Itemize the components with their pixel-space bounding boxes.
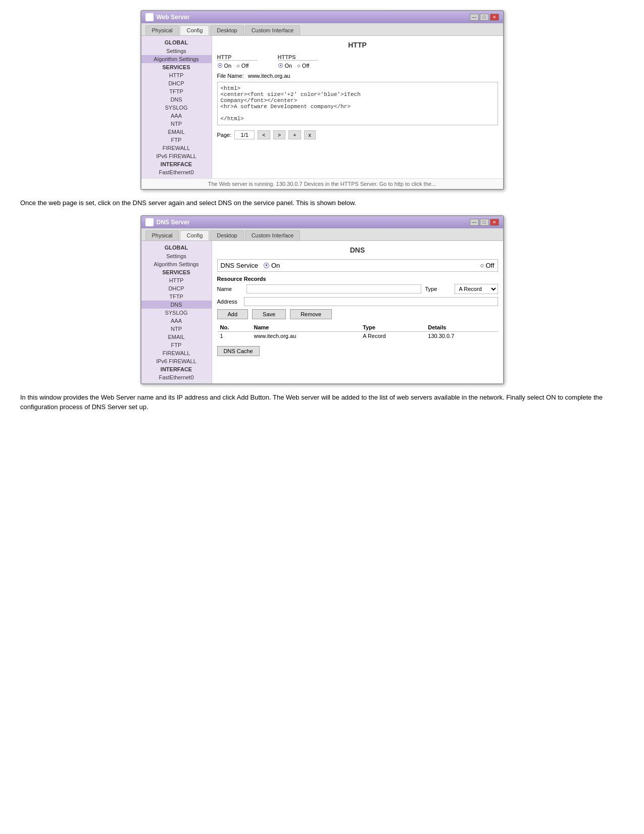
https-on-label: On (285, 63, 292, 69)
restore-button[interactable]: □ (480, 14, 489, 21)
http-off-radio[interactable]: ○ Off (236, 63, 249, 69)
sidebar-item-dns[interactable]: DNS (141, 95, 212, 104)
tab-config[interactable]: Config (180, 25, 209, 35)
dns-sidebar-item-algorithm-settings[interactable]: Algorithm Settings (141, 260, 212, 268)
page-controls: Page: < > + x (217, 130, 498, 139)
sidebar-item-algorithm-settings[interactable]: Algorithm Settings (141, 55, 212, 63)
save-button[interactable]: Save (252, 309, 286, 319)
dns-sidebar-item-email[interactable]: EMAIL (141, 333, 212, 341)
table-row: 1 www.itech.org.au A Record 130.30.0.7 (217, 331, 498, 340)
dns-close-button[interactable]: ✕ (490, 219, 499, 226)
protocol-section: HTTP ⦿ On ○ Off HTTPS (217, 54, 498, 69)
sidebar-item-tftp[interactable]: TFTP (141, 87, 212, 95)
sidebar-item-global: GLOBAL (141, 38, 212, 47)
webserver-status-bar: The Web server is running. 130.30.0.7 De… (141, 178, 503, 189)
dns-tab-desktop[interactable]: Desktop (210, 230, 243, 240)
dns-sidebar: GLOBAL Settings Algorithm Settings SERVI… (141, 241, 212, 383)
dns-service-row: DNS Service ⦿ On ○ Off (217, 259, 498, 272)
http-radio-group: ⦿ On ○ Off (217, 63, 258, 69)
dns-sidebar-item-dhcp[interactable]: DHCP (141, 284, 212, 292)
dns-tab-config[interactable]: Config (180, 230, 209, 240)
tab-custom-interface[interactable]: Custom Interface (245, 25, 301, 35)
https-off-label: Off (302, 63, 309, 69)
dns-sidebar-item-syslog[interactable]: SYSLOG (141, 309, 212, 317)
webserver-titlebar: 🖥 Web Server — □ ✕ (141, 11, 503, 23)
dns-sidebar-item-ftp[interactable]: FTP (141, 341, 212, 349)
remove-button[interactable]: Remove (290, 309, 332, 319)
dns-tab-physical[interactable]: Physical (145, 230, 179, 240)
sidebar-item-ipv6-firewall[interactable]: IPv6 FIREWALL (141, 152, 212, 160)
sidebar-item-fastethernet0[interactable]: FastEthernet0 (141, 168, 212, 176)
webserver-icon: 🖥 (145, 13, 154, 21)
dns-sidebar-item-http[interactable]: HTTP (141, 276, 212, 284)
dns-sidebar-item-settings[interactable]: Settings (141, 252, 212, 260)
dns-sidebar-item-tftp[interactable]: TFTP (141, 292, 212, 301)
resource-records-label: Resource Records (217, 276, 498, 282)
sidebar-item-ntp[interactable]: NTP (141, 120, 212, 128)
name-input[interactable] (246, 284, 421, 293)
http-on-radio-icon: ⦿ (217, 63, 223, 69)
file-name-row: File Name: www.itech.org.au (217, 73, 498, 79)
sidebar-item-http[interactable]: HTTP (141, 71, 212, 79)
col-no: No. (217, 323, 251, 332)
dns-restore-button[interactable]: □ (480, 219, 489, 226)
add-button[interactable]: Add (217, 309, 249, 319)
https-on-radio-icon: ⦿ (278, 63, 283, 69)
file-name-label: File Name: (217, 73, 244, 79)
code-editor[interactable]: <html> <center><font size='+2' color='bl… (217, 82, 498, 125)
https-off-radio[interactable]: ○ Off (297, 63, 309, 69)
name-label: Name (217, 286, 242, 292)
sidebar-item-email[interactable]: EMAIL (141, 128, 212, 136)
address-input[interactable] (244, 297, 498, 306)
sidebar-item-services: SERVICES (141, 63, 212, 71)
minimize-button[interactable]: — (470, 14, 479, 21)
sidebar-item-ftp[interactable]: FTP (141, 136, 212, 144)
http-on-label: On (224, 63, 232, 69)
http-on-radio[interactable]: ⦿ On (217, 63, 232, 69)
dns-sidebar-item-interface: INTERFACE (141, 365, 212, 373)
webserver-window: 🖥 Web Server — □ ✕ Physical Config Deskt… (140, 10, 504, 190)
sidebar-item-syslog[interactable]: SYSLOG (141, 104, 212, 112)
type-select[interactable]: A Record CNAME MX Record NS Record (455, 284, 498, 294)
col-type: Type (360, 323, 425, 332)
dns-sidebar-item-fastethernet0[interactable]: FastEthernet0 (141, 373, 212, 381)
tab-desktop[interactable]: Desktop (210, 25, 243, 35)
dns-controls: — □ ✕ (470, 219, 499, 226)
page-add-button[interactable]: + (288, 130, 301, 139)
dns-sidebar-item-firewall[interactable]: FIREWALL (141, 349, 212, 357)
sidebar-item-dhcp[interactable]: DHCP (141, 79, 212, 87)
dns-sidebar-item-ntp[interactable]: NTP (141, 325, 212, 333)
webserver-main-content: HTTP HTTP ⦿ On ○ Off (212, 36, 503, 178)
dns-tab-bar: Physical Config Desktop Custom Interface (141, 228, 503, 241)
dns-cache-button[interactable]: DNS Cache (217, 346, 260, 356)
dns-minimize-button[interactable]: — (470, 219, 479, 226)
name-row: Name Type A Record CNAME MX Record NS Re… (217, 284, 498, 294)
dns-body: GLOBAL Settings Algorithm Settings SERVI… (141, 241, 503, 383)
dns-on-radio-icon: ⦿ (263, 262, 270, 269)
dns-on-radio[interactable]: ⦿ On (263, 262, 280, 269)
dns-sidebar-item-global: GLOBAL (141, 243, 212, 252)
dns-sidebar-item-ipv6-firewall[interactable]: IPv6 FIREWALL (141, 357, 212, 365)
webserver-body: GLOBAL Settings Algorithm Settings SERVI… (141, 36, 503, 178)
dns-sidebar-item-dns[interactable]: DNS (141, 301, 212, 309)
dns-off-label: Off (485, 262, 494, 269)
dns-tab-custom-interface[interactable]: Custom Interface (245, 230, 301, 240)
page-input[interactable] (234, 130, 255, 139)
dns-title: 🖥 DNS Server (145, 218, 190, 226)
file-name-value: www.itech.org.au (248, 73, 290, 79)
dns-sidebar-item-aaa[interactable]: AAA (141, 317, 212, 325)
col-name: Name (251, 323, 360, 332)
paragraph-2: In this window provides the Web Server n… (20, 393, 624, 412)
sidebar-item-firewall[interactable]: FIREWALL (141, 144, 212, 152)
sidebar-item-settings[interactable]: Settings (141, 47, 212, 55)
page-remove-button[interactable]: x (304, 130, 316, 139)
tab-physical[interactable]: Physical (145, 25, 179, 35)
sidebar-item-aaa[interactable]: AAA (141, 112, 212, 120)
https-on-radio[interactable]: ⦿ On (278, 63, 292, 69)
http-section-title: HTTP (217, 41, 498, 49)
dns-off-radio[interactable]: ○ Off (480, 262, 494, 269)
page-next-button[interactable]: > (273, 130, 285, 139)
close-button[interactable]: ✕ (490, 14, 499, 21)
page-prev-button[interactable]: < (258, 130, 270, 139)
address-label: Address (217, 299, 240, 305)
